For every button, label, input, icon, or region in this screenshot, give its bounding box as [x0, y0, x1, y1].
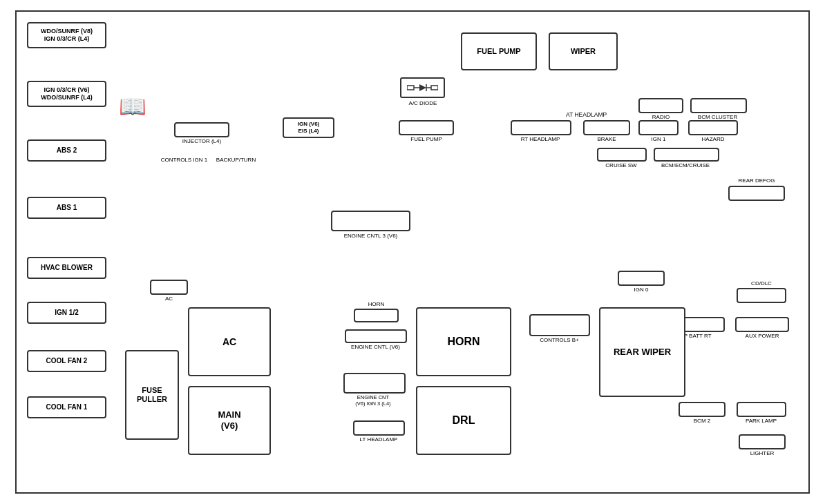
fuse-ac-small	[150, 280, 188, 295]
fuse-wdo-sunrf: WDO/SUNRF (V8)IGN 0/3/CR (L4)	[27, 22, 106, 48]
fuse-lt-headlamp	[353, 420, 405, 436]
label-lt-headlamp: LT HEADLAMP	[351, 436, 406, 443]
fuse-fuel-pump-mid	[399, 120, 454, 135]
fuse-cd-dlc	[737, 288, 786, 303]
fuse-radio	[638, 98, 683, 113]
label-backup-turn: BACKUP/TURN	[210, 157, 262, 163]
label-radio: RADIO	[638, 114, 683, 120]
fuse-bcm2	[679, 402, 726, 417]
fuse-horn-big: HORN	[416, 307, 511, 376]
fuse-injector-l4	[174, 122, 229, 137]
fuse-ign1	[638, 120, 679, 135]
fuse-abs2: ABS 2	[27, 139, 106, 162]
label-cd-dlc: CD/DLC	[737, 280, 786, 287]
fuse-cool-fan1: COOL FAN 1	[27, 396, 106, 418]
fuse-brake	[583, 120, 630, 135]
fuse-rear-defog	[728, 186, 785, 201]
fuse-cruise-sw	[597, 148, 647, 162]
fuse-hazard	[688, 120, 738, 135]
fuse-engine-cnt-v6-ign3	[343, 373, 406, 394]
fuse-ign-wdo: IGN 0/3/CR (V6)WDO/SUNRF (L4)	[27, 81, 106, 107]
label-engine-cntl-v6-mid: ENGINE CNTL (V6)	[343, 344, 408, 350]
label-controls-ign1: CONTROLS IGN 1	[158, 157, 210, 163]
fuse-box-diagram: WDO/SUNRF (V8)IGN 0/3/CR (L4) IGN 0/3/CR…	[15, 10, 810, 494]
fuse-drl: DRL	[416, 386, 511, 455]
label-ign0: IGN 0	[618, 287, 665, 293]
at-headlamp-label: AT HEADLAMP	[566, 111, 607, 118]
fuse-ign12: IGN 1/2	[27, 302, 106, 324]
label-rt-headlamp: RT HEADLAMP	[506, 136, 575, 142]
label-ac-diode: A/C DIODE	[395, 100, 451, 106]
fuse-aux-power	[735, 317, 789, 332]
label-fuel-pump-mid: FUEL PUMP	[399, 136, 454, 142]
label-park-lamp: PARK LAMP	[735, 418, 787, 424]
fuse-puller: FUSEPULLER	[125, 350, 179, 440]
label-aux-power: AUX POWER	[734, 333, 790, 339]
svg-rect-0	[407, 86, 414, 90]
label-ign1: IGN 1	[638, 136, 679, 142]
label-ac-small: AC	[150, 295, 188, 302]
ac-diode-box	[400, 77, 445, 98]
fuse-fuel-pump-main: FUEL PUMP	[461, 32, 537, 70]
label-engine-cntl3: ENGINE CNTL 3 (V6)	[324, 233, 417, 239]
info-icon: 📖	[119, 93, 146, 119]
label-bcm2: BCM 2	[679, 418, 726, 424]
label-bcm-cluster: BCM CLUSTER	[688, 114, 747, 120]
fuse-park-lamp	[737, 402, 786, 417]
fuse-hvac-blower: HVAC BLOWER	[27, 257, 106, 279]
label-engine-cnt-v6-ign3: ENGINE CNT(V6) IGN 3 (L4)	[339, 394, 408, 407]
label-cruise-sw: CRUISE SW	[594, 162, 649, 168]
fuse-main-v6: MAIN(V6)	[188, 386, 271, 455]
label-rear-defog: REAR DEFOG	[728, 177, 785, 184]
label-injector-l4: INJECTOR (L4)	[174, 138, 229, 144]
fuse-bcm-cluster	[690, 98, 747, 113]
fuse-engine-cntl-v6-mid	[345, 329, 407, 343]
fuse-bcm-ecm-cruise	[654, 148, 719, 162]
fuse-ign-v6-eis: IGN (V6)EIS (L4)	[283, 117, 334, 138]
fuse-ign0	[618, 271, 665, 286]
fuse-cool-fan2: COOL FAN 2	[27, 350, 106, 372]
fuse-engine-cntl3	[331, 211, 410, 231]
fuse-wiper: WIPER	[549, 32, 618, 70]
fuse-controls-bplus	[529, 314, 590, 336]
fuse-ac-big: AC	[188, 307, 271, 376]
svg-marker-2	[419, 84, 426, 91]
label-controls-bplus: CONTROLS B+	[527, 337, 592, 343]
fuse-rt-headlamp	[511, 120, 571, 135]
svg-rect-5	[431, 86, 438, 90]
label-hazard: HAZARD	[688, 136, 738, 142]
label-lighter: LIGHTER	[739, 450, 786, 456]
fuse-abs1: ABS 1	[27, 197, 106, 219]
label-brake: BRAKE	[583, 136, 630, 142]
label-horn-small: HORN	[354, 301, 399, 307]
fuse-horn-small	[354, 309, 399, 322]
fuse-rear-wiper: REAR WIPER	[599, 307, 685, 397]
label-bcm-ecm-cruise: BCM/ECM/CRUISE	[651, 162, 720, 168]
fuse-lighter	[739, 434, 786, 449]
